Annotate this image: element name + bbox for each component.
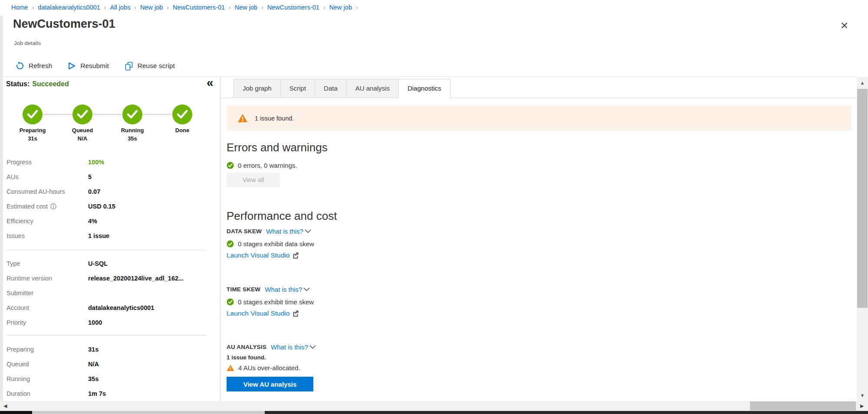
kv-row: QueuedN/A	[3, 357, 212, 372]
job-step-queued: QueuedN/A	[56, 104, 108, 142]
kv-label: Duration	[7, 390, 88, 397]
data-skew-status-row: 0 stages exhibit data skew	[227, 240, 314, 248]
step-check-icon	[72, 104, 92, 124]
divider	[7, 250, 206, 250]
horizontal-scrollbar-thumb[interactable]	[750, 401, 856, 411]
kv-label: Progress	[7, 159, 88, 166]
job-step-running: Running35s	[106, 104, 158, 142]
job-summary-panel: Status:Succeeded « Preparing31sQueuedN/A…	[3, 77, 220, 401]
close-button[interactable]: ✕	[840, 21, 848, 31]
success-check-icon	[227, 240, 234, 248]
copy-script-icon	[125, 62, 133, 71]
kv-value: 31s	[88, 346, 99, 353]
scroll-right-icon[interactable]: ▶	[860, 401, 864, 411]
au-analysis-title-row: AU ANALYSIS What is this?	[227, 343, 316, 351]
resubmit-button[interactable]: Resubmit	[68, 62, 108, 70]
kv-value: USD 0.15	[88, 203, 115, 210]
step-name: Running	[106, 127, 158, 134]
kv-value: 0.07	[88, 188, 100, 195]
breadcrumb-link[interactable]: Home	[11, 4, 28, 11]
scroll-up-icon[interactable]: ▲	[857, 80, 868, 85]
kv-row: Runtime versionrelease_20200124live_adl_…	[3, 271, 212, 286]
breadcrumb-separator-icon: ›	[323, 4, 326, 11]
au-analysis-what-is-this-link[interactable]: What is this?	[271, 343, 316, 351]
kv-value: U-SQL	[88, 260, 108, 267]
breadcrumb-link[interactable]: NewCustomers-01	[267, 4, 319, 11]
data-skew-what-is-this-link[interactable]: What is this?	[266, 228, 311, 235]
breadcrumb-link[interactable]: All jobs	[110, 4, 131, 11]
step-duration: 31s	[7, 135, 59, 142]
kv-value: N/A	[88, 361, 99, 368]
tab-data[interactable]: Data	[315, 79, 347, 98]
kv-value: 35s	[88, 375, 99, 382]
kv-value: 100%	[88, 159, 104, 166]
scroll-down-icon[interactable]: ▼	[857, 393, 868, 398]
time-skew-what-is-this-link[interactable]: What is this?	[265, 286, 310, 293]
tab-au-analysis[interactable]: AU analysis	[346, 79, 399, 98]
breadcrumb-link[interactable]: New job	[329, 4, 352, 11]
breadcrumb-link[interactable]: datalakeanalytics0001	[38, 4, 100, 11]
kv-row: Consumed AU-hours0.07	[3, 184, 212, 199]
breadcrumb-separator-icon: ›	[32, 4, 34, 11]
scroll-left-icon[interactable]: ◀	[3, 401, 7, 411]
breadcrumb-separator-icon: ›	[167, 4, 169, 11]
step-duration: N/A	[56, 135, 108, 142]
info-icon[interactable]	[50, 203, 56, 209]
breadcrumb-link[interactable]: NewCustomers-01	[173, 4, 225, 11]
kv-label: Efficiency	[7, 218, 88, 225]
issue-banner: 1 issue found.	[227, 105, 852, 131]
refresh-button[interactable]: Refresh	[16, 62, 52, 70]
outer-scrollbar-button[interactable]	[0, 411, 32, 414]
time-skew-title-row: TIME SKEW What is this?	[227, 286, 310, 293]
vertical-scrollbar[interactable]: ▲ ▼	[857, 77, 868, 401]
kv-row: Priority1000	[3, 315, 212, 330]
status-label: Status:	[6, 80, 30, 88]
breadcrumb-link[interactable]: New job	[140, 4, 163, 11]
breadcrumb-separator-icon: ›	[104, 4, 106, 11]
kv-label: Estimated cost	[7, 203, 88, 210]
kv-label: Submitter	[7, 290, 88, 297]
kv-row: Running35s	[3, 372, 212, 386]
view-au-analysis-button[interactable]: View AU analysis	[227, 377, 313, 391]
tab-script[interactable]: Script	[280, 79, 315, 98]
refresh-icon	[16, 62, 24, 70]
page-title: NewCustomers-01	[13, 17, 115, 31]
reuse-script-button[interactable]: Reuse script	[125, 62, 175, 71]
data-skew-launch-visual-studio-link[interactable]: Launch Visual Studio	[227, 251, 299, 259]
outer-scrollbar-thumb[interactable]	[32, 411, 265, 414]
collapse-panel-icon[interactable]: «	[207, 77, 214, 89]
data-skew-title-row: DATA SKEW What is this?	[227, 228, 311, 235]
kv-row: AUs5	[3, 170, 212, 184]
breadcrumb-link[interactable]: New job	[235, 4, 257, 11]
kv-label: Issues	[7, 232, 88, 239]
external-link-icon	[292, 252, 299, 259]
step-name: Preparing	[7, 127, 59, 134]
outer-horizontal-scrollbar[interactable]	[0, 411, 868, 414]
horizontal-scrollbar[interactable]: ◀ ▶	[0, 401, 868, 411]
kv-value: 5	[88, 173, 92, 180]
au-analysis-warning-row: 4 AUs over-allocated.	[227, 364, 300, 372]
status-value: Succeeded	[32, 80, 69, 88]
breadcrumb-separator-icon: ›	[356, 4, 358, 11]
tab-diagnostics[interactable]: Diagnostics	[398, 79, 450, 99]
time-skew-launch-visual-studio-link[interactable]: Launch Visual Studio	[227, 310, 299, 317]
time-skew-status-row: 0 stages exhibit time skew	[227, 298, 314, 306]
vertical-scrollbar-thumb[interactable]	[857, 89, 868, 308]
kv-label: Preparing	[7, 346, 88, 353]
kv-label: Running	[7, 375, 88, 382]
kv-row: Efficiency4%	[3, 214, 212, 228]
au-analysis-issue-count: 1 issue found.	[227, 354, 266, 361]
tab-job-graph[interactable]: Job graph	[233, 79, 281, 98]
step-check-icon	[122, 104, 142, 124]
kv-label: Consumed AU-hours	[7, 188, 88, 195]
kv-row: Estimated costUSD 0.15	[3, 199, 212, 214]
view-all-button[interactable]: View all	[227, 173, 280, 187]
chevron-down-icon	[305, 229, 311, 233]
step-name: Queued	[56, 127, 108, 134]
kv-label: Account	[7, 304, 88, 311]
breadcrumb: Home›datalakeanalytics0001›All jobs›New …	[11, 4, 362, 11]
kv-row: Accountdatalakeanalytics0001	[3, 300, 212, 315]
au-analysis-label: AU ANALYSIS	[227, 344, 266, 350]
chevron-down-icon	[303, 287, 310, 291]
kv-row: Preparing31s	[3, 342, 212, 357]
